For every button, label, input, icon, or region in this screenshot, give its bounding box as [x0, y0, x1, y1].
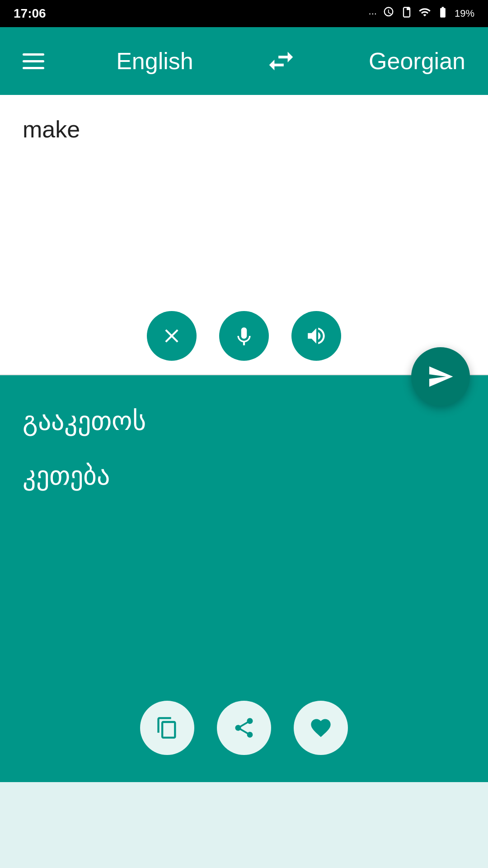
clear-button[interactable]: [147, 311, 197, 361]
speak-button[interactable]: [291, 311, 341, 361]
alarm-icon: [382, 6, 395, 21]
translation-secondary: კეთება: [23, 457, 465, 494]
translation-primary: გააკეთოს: [23, 402, 465, 439]
microphone-button[interactable]: [219, 311, 269, 361]
copy-button[interactable]: [140, 701, 194, 755]
battery-charging-icon: [436, 6, 449, 21]
sim-icon: [400, 6, 413, 21]
target-language[interactable]: Georgian: [369, 47, 465, 75]
favorite-button[interactable]: [294, 701, 348, 755]
send-translate-button[interactable]: [411, 347, 470, 406]
status-time: 17:06: [14, 6, 46, 21]
signal-icon: [418, 6, 431, 21]
menu-button[interactable]: [23, 53, 44, 69]
output-section: გააკეთოს კეთება: [0, 375, 488, 782]
swap-languages-button[interactable]: [265, 45, 297, 77]
battery-percent: 19%: [455, 8, 474, 19]
share-button[interactable]: [217, 701, 271, 755]
toolbar: English Georgian: [0, 27, 488, 95]
input-action-buttons: [23, 311, 465, 361]
input-section: [0, 95, 488, 375]
output-action-buttons: [0, 701, 488, 755]
source-language[interactable]: English: [116, 47, 193, 75]
dots-icon: ···: [369, 8, 377, 19]
source-text-input[interactable]: [23, 113, 465, 302]
status-bar: 17:06 ··· 19%: [0, 0, 488, 27]
status-icons: ··· 19%: [369, 6, 474, 21]
